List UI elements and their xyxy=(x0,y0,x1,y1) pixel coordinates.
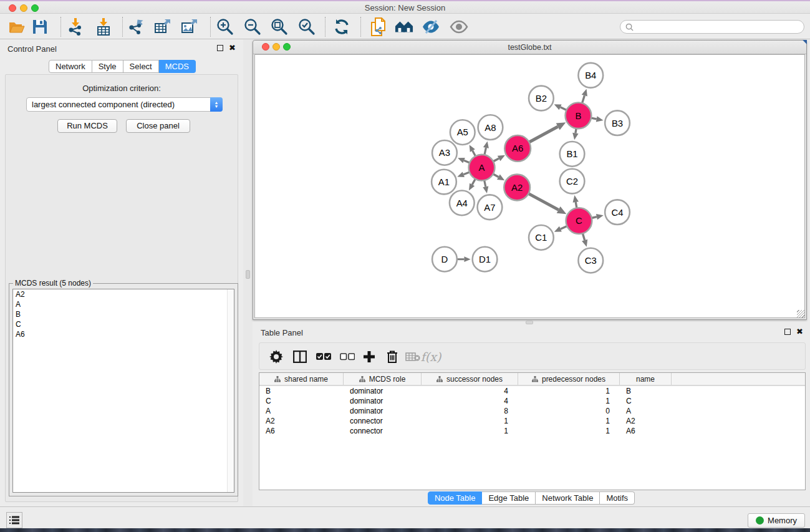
close-panel-icon[interactable]: ✖ xyxy=(229,45,236,51)
float-panel-icon[interactable] xyxy=(784,329,791,335)
cell-predecessor-nodes[interactable]: 1 xyxy=(518,386,620,396)
tab-motifs[interactable]: Motifs xyxy=(600,491,635,505)
tab-edge-table[interactable]: Edge Table xyxy=(482,491,536,505)
cell-successor-nodes[interactable]: 8 xyxy=(422,406,518,416)
cell-name[interactable]: A xyxy=(620,406,672,416)
tab-node-table[interactable]: Node Table xyxy=(428,491,483,505)
trash-icon[interactable] xyxy=(384,349,400,365)
split-pane-handle[interactable] xyxy=(526,321,533,324)
edge-B-B3[interactable] xyxy=(591,118,597,119)
cell-successor-nodes[interactable]: 1 xyxy=(422,426,518,436)
tab-style[interactable]: Style xyxy=(92,60,123,73)
cell-MCDS-role[interactable]: dominator xyxy=(344,396,422,406)
graph-node-A[interactable]: A xyxy=(469,155,495,181)
panel-divider[interactable] xyxy=(243,39,253,506)
import-table-icon[interactable] xyxy=(94,17,113,36)
graph-node-D1[interactable]: D1 xyxy=(473,247,498,272)
network-view-window[interactable]: testGlobe.txt B4B2BB3A5A8A6A3B1AA1C2A2A4… xyxy=(253,40,807,320)
graph-node-C[interactable]: C xyxy=(566,208,592,234)
graph-node-C1[interactable]: C1 xyxy=(529,225,554,250)
table-row[interactable]: Cdominator41C xyxy=(259,396,805,406)
edge-A2-C[interactable] xyxy=(528,193,558,210)
cell-predecessor-nodes[interactable]: 1 xyxy=(518,396,620,406)
hide-details-icon[interactable] xyxy=(422,17,440,36)
network-canvas[interactable]: B4B2BB3A5A8A6A3B1AA1C2A2A4A7C4CC1DD1C3 xyxy=(254,54,805,318)
edge-A-A6[interactable] xyxy=(493,158,499,162)
column-header-MCDS-role[interactable]: MCDS role xyxy=(344,373,422,385)
mcds-result-list[interactable]: A2ABCA6 xyxy=(12,289,234,493)
network-window-titlebar[interactable]: testGlobe.txt xyxy=(253,41,806,54)
gear-icon[interactable] xyxy=(268,349,284,365)
cell-shared-name[interactable]: A xyxy=(259,406,344,416)
table-row[interactable]: A6connector11A6 xyxy=(259,426,805,436)
tab-mcds[interactable]: MCDS xyxy=(159,60,196,73)
edge-A-A3[interactable] xyxy=(464,160,470,163)
graph-node-C4[interactable]: C4 xyxy=(605,200,630,225)
select-all-icon[interactable] xyxy=(316,349,332,365)
run-mcds-button[interactable]: Run MCDS xyxy=(57,119,117,133)
cell-MCDS-role[interactable]: connector xyxy=(344,426,422,436)
cell-name[interactable]: A6 xyxy=(620,426,672,436)
mcds-result-item[interactable]: B xyxy=(13,309,234,319)
graph-node-B1[interactable]: B1 xyxy=(560,142,585,167)
close-panel-icon[interactable]: ✖ xyxy=(796,329,803,335)
memory-button[interactable]: Memory xyxy=(748,513,805,528)
graph-node-B[interactable]: B xyxy=(566,102,592,128)
open-folder-icon[interactable] xyxy=(7,17,26,36)
column-header-shared-name[interactable]: shared name xyxy=(259,373,344,385)
refresh-icon[interactable] xyxy=(332,17,351,36)
cell-successor-nodes[interactable]: 1 xyxy=(422,416,518,426)
save-icon[interactable] xyxy=(31,17,49,36)
export-image-icon[interactable] xyxy=(180,17,199,36)
table-row[interactable]: Adominator80A xyxy=(259,406,805,416)
tab-network[interactable]: Network xyxy=(49,60,92,73)
edge-C-C2[interactable] xyxy=(576,202,577,208)
add-icon[interactable] xyxy=(361,349,377,365)
criterion-dropdown[interactable]: largest connected component (directed) ▲… xyxy=(26,97,223,112)
graph-node-C3[interactable]: C3 xyxy=(578,248,603,273)
task-list-button[interactable] xyxy=(6,512,22,528)
mcds-result-item[interactable]: A xyxy=(13,299,234,309)
cell-MCDS-role[interactable]: dominator xyxy=(344,406,422,416)
edge-C-C1[interactable] xyxy=(561,226,567,230)
zoom-fit-icon[interactable] xyxy=(270,17,289,36)
edge-A-A4[interactable] xyxy=(472,179,475,185)
cell-name[interactable]: A2 xyxy=(620,416,672,426)
column-header-name[interactable]: name xyxy=(620,373,672,385)
cell-predecessor-nodes[interactable]: 1 xyxy=(518,426,620,436)
graph-node-B4[interactable]: B4 xyxy=(578,63,603,88)
float-panel-icon[interactable] xyxy=(217,45,223,51)
home-layout-icon[interactable] xyxy=(395,17,413,36)
clone-network-icon[interactable] xyxy=(369,17,387,36)
edge-A-A8[interactable] xyxy=(485,148,486,155)
show-graphics-eye-icon[interactable] xyxy=(450,17,468,36)
cell-predecessor-nodes[interactable]: 1 xyxy=(518,416,620,426)
cell-MCDS-role[interactable]: connector xyxy=(344,416,422,426)
edge-C-C3[interactable] xyxy=(582,233,584,240)
column-header-predecessor-nodes[interactable]: predecessor nodes xyxy=(518,373,620,385)
columns-icon[interactable] xyxy=(292,349,308,365)
function-builder-icon[interactable]: f(x) xyxy=(423,349,439,365)
table-row[interactable]: A2connector11A2 xyxy=(259,416,805,426)
search-input[interactable] xyxy=(636,21,804,32)
import-network-icon[interactable] xyxy=(66,17,85,36)
mcds-result-item[interactable]: C xyxy=(13,319,234,329)
resize-grip-icon[interactable] xyxy=(797,310,805,318)
column-header-successor-nodes[interactable]: successor nodes xyxy=(422,373,518,385)
graph-node-A6[interactable]: A6 xyxy=(504,135,531,162)
cell-name[interactable]: C xyxy=(620,396,672,406)
graph-node-A1[interactable]: A1 xyxy=(432,170,456,195)
graph-node-B2[interactable]: B2 xyxy=(529,86,554,111)
graph-node-B3[interactable]: B3 xyxy=(605,110,630,135)
zoom-selected-icon[interactable] xyxy=(297,17,316,36)
network-graph[interactable]: B4B2BB3A5A8A6A3B1AA1C2A2A4A7C4CC1DD1C3 xyxy=(255,55,804,317)
edge-A6-B[interactable] xyxy=(529,127,557,142)
graph-node-A8[interactable]: A8 xyxy=(478,115,503,140)
cell-successor-nodes[interactable]: 4 xyxy=(422,386,518,396)
mcds-result-item[interactable]: A2 xyxy=(13,289,234,299)
edge-B-B4[interactable] xyxy=(582,95,585,103)
search-field[interactable] xyxy=(620,20,804,34)
graph-node-A3[interactable]: A3 xyxy=(432,140,457,165)
cell-predecessor-nodes[interactable]: 0 xyxy=(518,406,620,416)
cell-shared-name[interactable]: A2 xyxy=(259,416,344,426)
